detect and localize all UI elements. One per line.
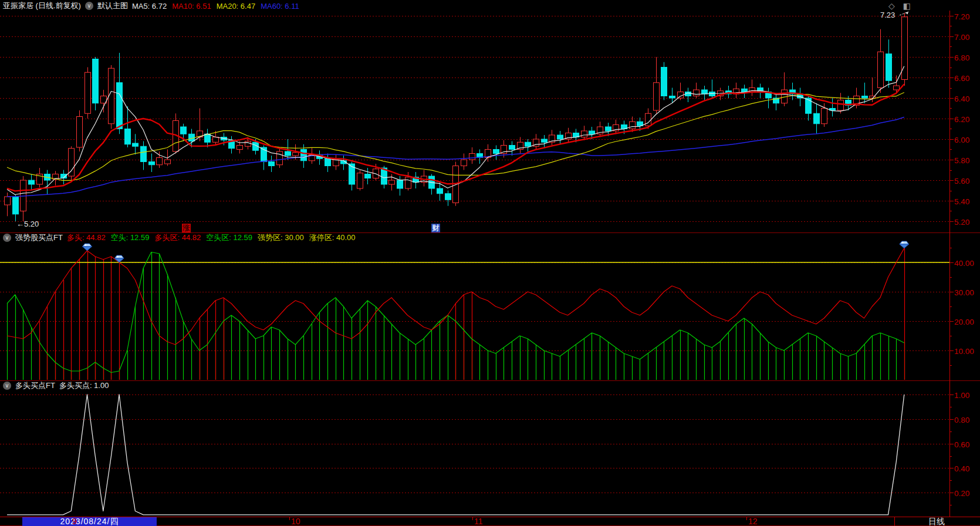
ma-label: MA10: 6.51 (172, 2, 211, 11)
indicator-field: 多头: 44.82 (67, 232, 106, 243)
chart-canvas[interactable]: 7.207.006.806.606.406.206.005.805.605.40… (0, 0, 980, 526)
panel-layout-icon[interactable]: ◧ (903, 1, 911, 11)
header-bar: 亚振家居 (日线.前复权) ∨ 默认主图 MA5: 6.72MA10: 6.51… (0, 0, 980, 12)
panel2-header: ∨ 强势股买点FT 多头: 44.82空头: 12.59多头区: 44.82空头… (0, 233, 948, 242)
svg-text:20.00: 20.00 (954, 318, 974, 326)
main-chart-selector-icon[interactable]: ∨ (85, 2, 93, 10)
high-price-annotation: 7.23 (880, 11, 895, 19)
svg-text:6.60: 6.60 (954, 74, 969, 83)
svg-text:0.40: 0.40 (954, 464, 969, 473)
low-price-annotation: ←5.20 (16, 220, 39, 228)
ma-label: MA20: 6.47 (217, 2, 256, 11)
svg-text:40.00: 40.00 (954, 259, 974, 268)
window-tools: ◇ ◧ (888, 1, 911, 11)
svg-text:7.00: 7.00 (954, 33, 969, 42)
panel3-values: 多头买点: 1.00 (59, 380, 109, 391)
month-label: 9 (72, 517, 77, 526)
date-axis-strip: 2023/08/24/四 9101112 日线 (0, 517, 980, 526)
svg-text:6.00: 6.00 (954, 136, 969, 144)
diamond-tool-icon[interactable]: ◇ (888, 1, 895, 11)
diamond-gem-marker (114, 255, 124, 262)
event-badge[interactable]: 财 (431, 224, 440, 232)
panel2-values: 多头: 44.82空头: 12.59多头区: 44.82空头区: 12.59强势… (67, 232, 356, 243)
panel2-collapse-icon[interactable]: ∨ (3, 234, 11, 242)
panel3-indicator-name[interactable]: 多头买点FT (15, 380, 55, 391)
indicator-field: 多头买点: 1.00 (59, 380, 109, 391)
svg-text:0.60: 0.60 (954, 440, 969, 449)
axes: 7.207.006.806.606.406.206.005.805.605.40… (0, 11, 980, 526)
panel3-collapse-icon[interactable]: ∨ (3, 382, 11, 390)
high-arrow (900, 12, 908, 15)
svg-text:30.00: 30.00 (954, 288, 974, 297)
panel3-plot (7, 394, 904, 515)
month-label: 12 (748, 517, 758, 526)
gridlines (0, 16, 949, 493)
svg-text:1.00: 1.00 (954, 391, 969, 400)
svg-text:6.80: 6.80 (954, 53, 969, 62)
indicator-field: 涨停区: 40.00 (309, 232, 356, 243)
svg-text:10.00: 10.00 (954, 347, 974, 356)
month-label: 11 (474, 517, 483, 526)
candles-layer (5, 13, 908, 221)
indicator-field: 多头区: 44.82 (154, 232, 201, 243)
svg-text:7.20: 7.20 (954, 12, 969, 21)
svg-text:5.40: 5.40 (954, 197, 969, 206)
svg-text:6.20: 6.20 (954, 115, 969, 124)
ma-label: MA60: 6.11 (261, 2, 299, 11)
event-badge[interactable]: 涨 (182, 224, 191, 232)
indicator-field: 空头区: 12.59 (206, 232, 252, 243)
panel3-header: ∨ 多头买点FT 多头买点: 1.00 (0, 381, 948, 390)
indicator-field: 空头: 12.59 (111, 232, 150, 243)
indicator-field: 强势区: 30.00 (258, 232, 304, 243)
panel2-indicator-name[interactable]: 强势股买点FT (15, 232, 63, 243)
stock-title: 亚振家居 (日线.前复权) (3, 1, 81, 11)
date-label: 2023/08/24/四 (22, 517, 157, 526)
svg-text:5.20: 5.20 (954, 218, 969, 227)
svg-text:5.60: 5.60 (954, 177, 969, 186)
main-chart-selector-label[interactable]: 默认主图 (97, 1, 128, 11)
svg-text:6.40: 6.40 (954, 95, 969, 103)
svg-text:5.80: 5.80 (954, 156, 969, 165)
svg-text:0.20: 0.20 (954, 489, 969, 498)
panel2-plot (0, 241, 949, 380)
svg-text:0.80: 0.80 (954, 416, 969, 424)
ma-label: MA5: 6.72 (132, 2, 167, 11)
period-label: 日线 (928, 517, 945, 526)
month-label: 10 (291, 517, 300, 526)
diamond-gem-marker (83, 244, 92, 251)
trading-terminal: 7.207.006.806.606.406.206.005.805.605.40… (0, 0, 980, 526)
ma-value-labels: MA5: 6.72MA10: 6.51MA20: 6.47MA60: 6.11 (132, 2, 299, 11)
